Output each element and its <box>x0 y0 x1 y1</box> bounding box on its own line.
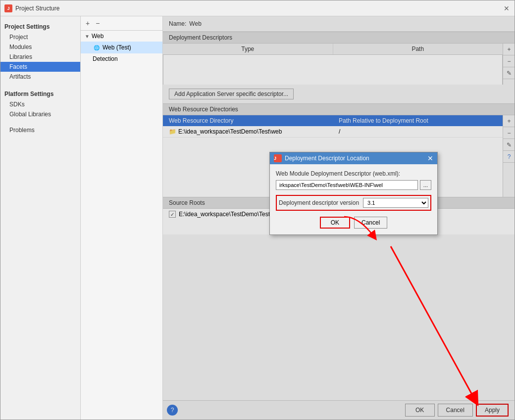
close-button[interactable]: ✕ <box>503 4 511 12</box>
tree-remove-button[interactable]: − <box>94 18 102 28</box>
sidebar: Project Settings Project Modules Librari… <box>0 16 81 420</box>
version-row: Deployment descriptor version 3.1 <box>276 195 431 211</box>
tree-arrow-web: ▼ <box>85 34 90 39</box>
title-bar: J Project Structure ✕ <box>0 0 515 16</box>
sidebar-item-artifacts[interactable]: Artifacts <box>0 72 80 82</box>
tree-node-detection[interactable]: Detection <box>81 53 162 64</box>
version-select[interactable]: 3.1 <box>363 198 428 208</box>
dialog-buttons: OK Cancel <box>276 217 431 229</box>
version-label: Deployment descriptor version <box>279 199 359 206</box>
dialog-overlay: J Deployment Descriptor Location ✕ Web M… <box>163 16 515 420</box>
dialog-title: Deployment Descriptor Location <box>285 155 369 162</box>
dialog-body: Web Module Deployment Descriptor (web.xm… <box>270 164 437 234</box>
tree-label-web-test: Web (Test) <box>103 44 131 51</box>
sidebar-divider2 <box>0 119 80 125</box>
sidebar-divider <box>0 82 80 88</box>
sidebar-item-modules[interactable]: Modules <box>0 42 80 52</box>
window-title: Project Structure <box>15 5 503 12</box>
deployment-descriptor-dialog: J Deployment Descriptor Location ✕ Web M… <box>269 152 438 235</box>
project-structure-window: J Project Structure ✕ Project Settings P… <box>0 0 515 420</box>
platform-settings-title: Platform Settings <box>0 88 80 99</box>
descriptor-path-input[interactable] <box>276 180 418 190</box>
sidebar-item-facets[interactable]: Facets <box>0 62 80 72</box>
sidebar-item-problems[interactable]: Problems <box>0 125 80 135</box>
sidebar-item-libraries[interactable]: Libraries <box>0 52 80 62</box>
dialog-ok-button[interactable]: OK <box>320 217 350 229</box>
tree-panel: + − ▼ Web 🌐 Web (Test) Detection <box>81 16 163 420</box>
project-settings-title: Project Settings <box>0 20 80 32</box>
sidebar-item-project[interactable]: Project <box>0 32 80 42</box>
sidebar-item-sdks[interactable]: SDKs <box>0 99 80 109</box>
dialog-close-button[interactable]: ✕ <box>427 154 433 162</box>
tree-toolbar: + − <box>81 16 162 31</box>
tree-label-web: Web <box>92 33 103 40</box>
dialog-cancel-button[interactable]: Cancel <box>354 217 387 229</box>
tree-label-detection: Detection <box>93 55 118 62</box>
tree-node-web[interactable]: ▼ Web <box>81 31 162 42</box>
main-content: Project Settings Project Modules Librari… <box>0 16 515 420</box>
descriptor-path-row: ... <box>276 180 431 190</box>
browse-button[interactable]: ... <box>420 180 431 190</box>
web-module-label: Web Module Deployment Descriptor (web.xm… <box>276 170 431 177</box>
tree-node-web-test[interactable]: 🌐 Web (Test) <box>81 42 162 53</box>
tree-add-button[interactable]: + <box>84 18 92 28</box>
dialog-icon: J <box>274 154 282 162</box>
window-controls: ✕ <box>503 4 511 12</box>
facet-icon: 🌐 <box>93 44 101 51</box>
dialog-title-bar: J Deployment Descriptor Location ✕ <box>270 152 437 164</box>
content-panel: Name: Web Deployment Descriptors Type Pa… <box>163 16 515 420</box>
app-icon: J <box>4 4 12 12</box>
sidebar-item-global-libraries[interactable]: Global Libraries <box>0 109 80 119</box>
